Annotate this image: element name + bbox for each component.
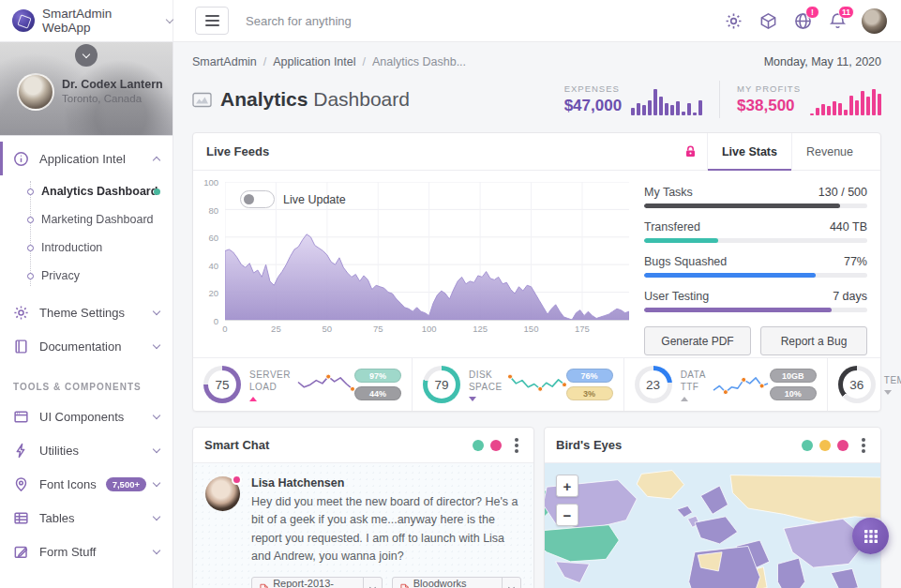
profile-panel: Dr. Codex Lantern Toronto, Canada xyxy=(0,42,173,136)
breadcrumb: SmartAdmin / Application Intel / Analyti… xyxy=(192,55,466,68)
tile-temp: 36 TEMP. 12440F xyxy=(828,358,901,411)
sidebar-item-tables[interactable]: Tables xyxy=(0,501,173,535)
birds-eyes-card: Bird's Eyes + − xyxy=(544,427,881,588)
tile-label: DISKSPACE xyxy=(469,369,503,401)
metric-bugs-squashed: Bugs Squashed77% xyxy=(644,255,867,278)
globe-badge: ! xyxy=(805,6,819,19)
chevron-down-icon xyxy=(166,15,173,23)
disk-space-sparkline xyxy=(508,370,566,399)
map-zoom-in-button[interactable]: + xyxy=(556,475,578,497)
birds-eyes-title: Bird's Eyes xyxy=(556,438,622,452)
status-dot-teal xyxy=(473,440,484,451)
chevron-down-icon xyxy=(153,546,160,553)
toggle-switch[interactable] xyxy=(240,190,275,208)
area-chart-icon xyxy=(192,92,212,108)
sidebar-item-introduction[interactable]: Introduction xyxy=(0,234,173,262)
chat-body: Lisa Hatchensen Hey did you meet the new… xyxy=(193,463,533,588)
sidebar-item-application-intel[interactable]: Application Intel xyxy=(0,142,173,175)
profile-collapse-button[interactable] xyxy=(75,44,98,67)
bullet-icon xyxy=(27,245,34,251)
kebab-menu-icon[interactable] xyxy=(515,444,518,447)
progress-bar xyxy=(644,204,867,208)
chat-message: Lisa Hatchensen Hey did you meet the new… xyxy=(205,476,521,588)
app-shortcuts-fab[interactable] xyxy=(852,518,889,554)
sidebar-item-label: Utilities xyxy=(39,444,79,458)
metric-my-tasks: My Tasks130 / 500 xyxy=(644,186,867,208)
stat-tiles: 75 SERVERLOAD 97%44% 79 DISKSPACE 76%3% … xyxy=(193,357,880,411)
search-input[interactable] xyxy=(246,14,546,28)
progress-bar xyxy=(644,273,867,278)
world-map-svg xyxy=(545,463,880,588)
lock-icon xyxy=(683,144,698,158)
live-chart-ylabels: 020406080100 xyxy=(201,182,225,321)
notifications-bell-icon[interactable]: 11 xyxy=(827,10,848,31)
info-icon xyxy=(13,151,29,167)
server-load-ring: 75 xyxy=(203,366,241,403)
profile-location: Toronto, Canada xyxy=(62,93,142,104)
sidebar-item-ui-components[interactable]: UI Components xyxy=(0,400,173,433)
online-dot xyxy=(232,475,242,485)
attachment-bloodworks[interactable]: Bloodworks Patie... xyxy=(392,577,521,588)
progress-bar xyxy=(644,238,867,243)
attachment-dropdown[interactable] xyxy=(502,578,520,588)
generate-pdf-button[interactable]: Generate PDF xyxy=(644,326,751,355)
live-chart-xlabels: 0255075100125150175 xyxy=(225,321,629,336)
breadcrumb-item[interactable]: SmartAdmin xyxy=(192,55,257,68)
world-map[interactable]: + − xyxy=(545,463,880,588)
user-avatar[interactable] xyxy=(862,8,887,34)
sidebar-subitem-label: Analytics Dashboard xyxy=(41,185,158,198)
tile-label: DATATTF xyxy=(681,369,706,401)
map-zoom-out-button[interactable]: − xyxy=(556,504,578,526)
gear-icon xyxy=(13,305,29,321)
sidebar-item-privacy[interactable]: Privacy xyxy=(0,262,173,290)
sidebar-item-documentation[interactable]: Documentation xyxy=(0,329,173,363)
pdf-file-icon xyxy=(260,583,268,588)
sidebar-subitem-label: Introduction xyxy=(41,241,102,254)
sidebar-item-label: UI Components xyxy=(39,410,124,424)
profile-name: Dr. Codex Lantern xyxy=(62,78,163,91)
sidebar-item-utilities[interactable]: Utilities xyxy=(0,433,173,467)
page-date: Monday, May 11, 2020 xyxy=(764,55,881,68)
disk-space-ring: 79 xyxy=(423,366,460,403)
server-load-sparkline xyxy=(296,370,354,399)
sidebar-item-font-icons[interactable]: Font Icons 7,500+ xyxy=(0,467,173,501)
breadcrumb-item[interactable]: Application Intel xyxy=(273,55,355,68)
kebab-menu-icon[interactable] xyxy=(862,444,865,447)
report-bug-button[interactable]: Report a Bug xyxy=(760,326,867,355)
brand[interactable]: SmartAdmin WebApp xyxy=(0,0,173,41)
settings-gear-icon[interactable] xyxy=(723,10,743,31)
trend-up-icon xyxy=(681,397,688,401)
trend-up-icon xyxy=(249,397,257,401)
sidebar-item-theme-settings[interactable]: Theme Settings xyxy=(0,295,173,329)
tab-revenue[interactable]: Revenue xyxy=(791,133,867,170)
smart-chat-card: Smart Chat Lisa Hatchensen Hey did you m… xyxy=(192,427,534,588)
sidebar-item-label: Font Icons xyxy=(39,477,97,491)
live-update-toggle[interactable]: Live Update xyxy=(240,190,346,208)
attachment-dropdown[interactable] xyxy=(363,578,382,588)
active-indicator-dot xyxy=(154,188,160,195)
avatar-lisa[interactable] xyxy=(205,476,240,511)
status-dot-pink xyxy=(490,440,502,451)
apps-cube-icon[interactable] xyxy=(758,10,778,31)
language-globe-icon[interactable]: ! xyxy=(792,10,813,31)
map-pin-icon xyxy=(13,476,29,492)
expenses-stat: EXPENSES $47,000 xyxy=(564,83,702,115)
live-feeds-title: Live Feeds xyxy=(206,144,269,158)
menu-toggle-button[interactable] xyxy=(195,7,229,35)
sidebar-item-form-stuff[interactable]: Form Stuff xyxy=(0,535,173,568)
status-dot-amber xyxy=(819,440,831,451)
bullet-icon xyxy=(27,188,34,195)
profits-bars xyxy=(810,89,881,115)
bolt-icon xyxy=(13,443,29,459)
attachment-report[interactable]: Report-2013-dem... xyxy=(251,577,383,588)
sidebar-item-analytics-dashboard[interactable]: Analytics Dashboard xyxy=(0,177,173,205)
tab-live-stats[interactable]: Live Stats xyxy=(707,133,791,170)
sidebar-item-label: Theme Settings xyxy=(39,306,125,320)
tile-data-ttf: 23 DATATTF 10GB10% xyxy=(624,358,828,411)
section-tools-components: TOOLS & COMPONENTS xyxy=(0,363,173,400)
profits-stat: MY PROFITS $38,500 xyxy=(737,83,881,115)
profile-avatar[interactable] xyxy=(17,73,54,111)
sidebar-item-marketing-dashboard[interactable]: Marketing Dashboard xyxy=(0,205,173,234)
data-ttf-ring: 23 xyxy=(635,366,672,403)
bullet-icon xyxy=(27,273,34,279)
